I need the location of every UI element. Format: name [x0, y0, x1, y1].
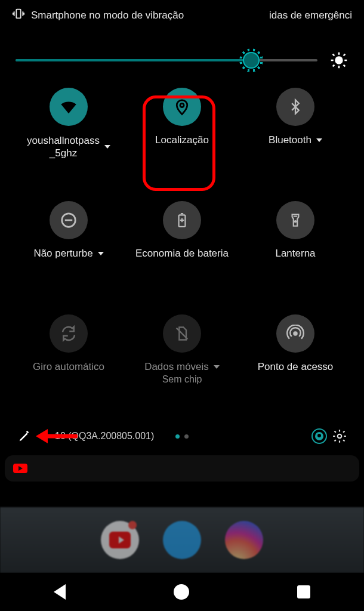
navigation-bar [0, 573, 364, 611]
youtube-icon [13, 464, 27, 473]
youtube-app-icon[interactable] [101, 521, 139, 559]
notification-card[interactable] [5, 455, 359, 482]
quick-settings-footer: 10 (QQ3A.200805.001) [0, 422, 364, 450]
svg-point-5 [295, 221, 296, 222]
nav-back-button[interactable] [54, 584, 66, 600]
nav-home-button[interactable] [174, 584, 189, 600]
chevron-down-icon [98, 252, 104, 255]
settings-button[interactable] [329, 426, 350, 446]
brightness-row [0, 27, 364, 76]
page-dot [184, 434, 189, 439]
instagram-app-icon[interactable] [225, 521, 263, 559]
rotate-icon [50, 314, 88, 353]
build-number-text: 10 (QQ3A.200805.001) [55, 431, 154, 442]
chevron-down-icon [214, 365, 220, 369]
status-text-right: idas de emergênci [269, 10, 352, 21]
wifi-icon [50, 88, 88, 126]
status-bar: Smartphone no modo de vibração idas de e… [0, 0, 364, 27]
tile-mobiledata[interactable]: Dados móveis Sem chip [125, 308, 239, 422]
tile-hotspot[interactable]: Ponto de acesso [239, 308, 352, 422]
tile-autorotate[interactable]: Giro automático [12, 308, 125, 422]
tile-dnd[interactable]: Não perturbe [12, 195, 125, 308]
hotspot-icon [276, 314, 314, 353]
tile-battery-saver[interactable]: Economia de bateria [125, 195, 239, 308]
svg-point-6 [294, 332, 297, 335]
bluetooth-icon [276, 88, 314, 126]
tile-label: youshallnotpass_5ghz [27, 134, 100, 160]
page-dot [175, 434, 180, 439]
brightness-thumb[interactable] [243, 52, 260, 69]
flashlight-icon [276, 201, 314, 239]
location-icon [163, 88, 201, 126]
svg-point-2 [180, 103, 184, 107]
quick-settings-grid: youshallnotpass_5ghz Localização Bluetoo… [0, 76, 364, 422]
chevron-down-icon [104, 145, 110, 149]
tile-label: Não perturbe [33, 248, 92, 260]
tile-label: Economia de bateria [135, 248, 229, 260]
brightness-slider[interactable] [16, 59, 317, 61]
status-text-left: Smartphone no modo de vibração [31, 10, 184, 21]
tile-label: Lanterna [275, 248, 315, 260]
tile-bluetooth[interactable]: Bluetooth [239, 82, 352, 195]
user-button[interactable] [309, 426, 329, 446]
svg-point-7 [338, 434, 342, 439]
vibrate-icon [12, 7, 25, 23]
chevron-down-icon [316, 138, 322, 142]
tile-flashlight[interactable]: Lanterna [239, 195, 352, 308]
tile-location[interactable]: Localização [125, 82, 239, 195]
tile-sublabel: Sem chip [162, 374, 202, 385]
dnd-icon [50, 201, 88, 239]
tile-wifi[interactable]: youshallnotpass_5ghz [12, 82, 125, 195]
edit-button[interactable] [14, 426, 35, 446]
tile-label: Dados móveis [144, 361, 209, 373]
tile-label: Giro automático [33, 361, 104, 373]
auto-brightness-icon[interactable] [329, 51, 348, 70]
tile-label: Ponto de acesso [258, 361, 334, 373]
sim-icon [163, 314, 201, 353]
svg-rect-0 [16, 10, 20, 18]
home-dock [0, 507, 364, 573]
tile-label: Localização [155, 134, 209, 146]
nav-recents-button[interactable] [297, 585, 310, 598]
twitter-app-icon[interactable] [163, 521, 201, 559]
battery-icon [163, 201, 201, 239]
page-indicator [175, 434, 189, 439]
tile-label: Bluetooth [269, 134, 311, 146]
svg-point-1 [335, 56, 343, 64]
